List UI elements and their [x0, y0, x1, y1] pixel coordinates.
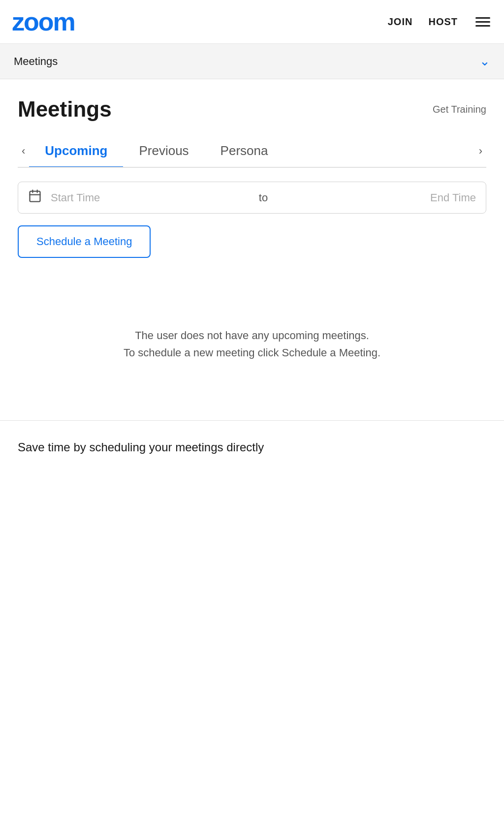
tab-personal[interactable]: Persona	[205, 135, 284, 167]
calendar-icon	[28, 189, 42, 206]
tab-upcoming[interactable]: Upcoming	[29, 135, 123, 167]
date-to-label: to	[192, 191, 334, 204]
svg-rect-0	[30, 191, 40, 202]
page-header: Meetings Get Training	[18, 97, 486, 122]
tabs-arrow-right[interactable]: ›	[475, 145, 486, 157]
zoom-logo[interactable]: zoom	[12, 9, 75, 34]
date-end-placeholder[interactable]: End Time	[334, 191, 476, 204]
schedule-meeting-button[interactable]: Schedule a Meeting	[18, 225, 151, 258]
footer-section: Save time by scheduling your meetings di…	[0, 420, 504, 474]
header: zoom JOIN HOST	[0, 0, 504, 44]
hamburger-menu-button[interactable]	[473, 15, 492, 29]
nav-dropdown-bar[interactable]: Meetings ⌄	[0, 44, 504, 79]
host-button[interactable]: HOST	[428, 16, 458, 28]
date-start-placeholder[interactable]: Start Time	[51, 191, 192, 204]
logo-text: zoom	[12, 7, 75, 36]
tabs-list: Upcoming Previous Persona	[29, 135, 474, 167]
empty-state: The user does not have any upcoming meet…	[18, 287, 486, 420]
tab-previous[interactable]: Previous	[123, 135, 204, 167]
date-filter[interactable]: Start Time to End Time	[18, 182, 486, 214]
chevron-down-icon: ⌄	[479, 54, 490, 69]
join-button[interactable]: JOIN	[388, 16, 413, 28]
footer-text: Save time by scheduling your meetings di…	[18, 440, 486, 454]
tabs-container: ‹ Upcoming Previous Persona ›	[18, 135, 486, 168]
header-actions: JOIN HOST	[388, 15, 492, 29]
get-training-link[interactable]: Get Training	[433, 104, 486, 115]
hamburger-line-3	[475, 25, 490, 27]
empty-state-line1: The user does not have any upcoming meet…	[28, 327, 476, 344]
main-content: Meetings Get Training ‹ Upcoming Previou…	[0, 79, 504, 420]
tabs-arrow-left[interactable]: ‹	[18, 145, 29, 157]
nav-bar-label: Meetings	[14, 55, 58, 68]
page-title: Meetings	[18, 97, 112, 122]
empty-state-line2: To schedule a new meeting click Schedule…	[28, 344, 476, 361]
hamburger-line-1	[475, 17, 490, 19]
hamburger-line-2	[475, 21, 490, 23]
